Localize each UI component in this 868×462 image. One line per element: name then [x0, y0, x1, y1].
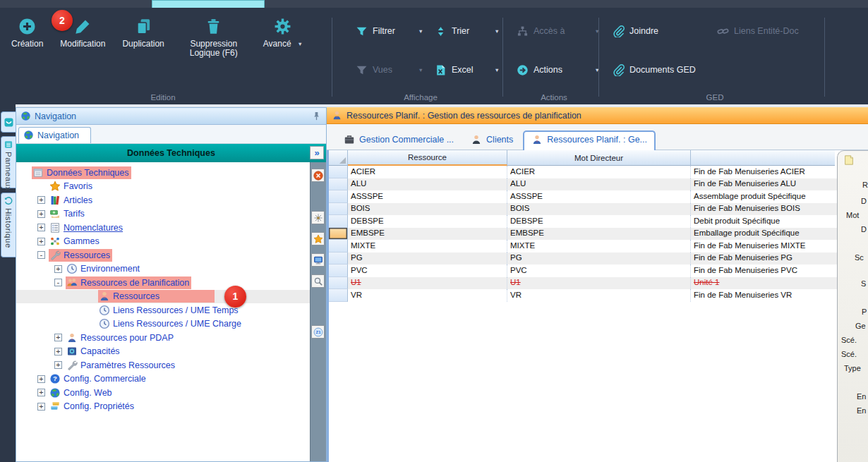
column-header-mot-directeur[interactable]: Mot Directeur: [507, 150, 691, 166]
tree-item-liens-ressources-ume-temps[interactable]: Liens Ressources / UME Temps: [16, 303, 310, 317]
workstation-button[interactable]: [311, 253, 325, 267]
settings-button[interactable]: [311, 211, 325, 224]
mot-directeur-cell[interactable]: U1: [507, 277, 691, 290]
favorites-button[interactable]: [311, 232, 325, 245]
collapse-panel-button[interactable]: »: [310, 146, 324, 159]
collapsed-panel-tab[interactable]: [1, 111, 16, 133]
documents-ged-button[interactable]: Documents GED: [613, 62, 696, 78]
row-selector[interactable]: [329, 203, 348, 216]
plus-expander-icon[interactable]: +: [54, 334, 62, 341]
tree-item-capacites[interactable]: +Capacités: [16, 345, 310, 359]
search-button[interactable]: [311, 274, 325, 288]
ressource-cell[interactable]: ALU: [348, 178, 507, 191]
tree-item-articles[interactable]: +Articles: [16, 193, 310, 207]
mot-directeur-cell[interactable]: ASSSPE: [507, 190, 691, 203]
table-row-u1[interactable]: U1U1Unité 1: [329, 277, 837, 290]
minus-expander-icon[interactable]: -: [54, 279, 62, 286]
ressource-cell[interactable]: ASSSPE: [348, 190, 507, 203]
tree-item-config-commerciale[interactable]: +Config. Commerciale: [16, 372, 310, 387]
tree-item-gammes[interactable]: +Gammes: [16, 235, 310, 249]
excel-button[interactable]: Excel▼: [435, 62, 500, 78]
row-selector[interactable]: [329, 265, 348, 277]
ribbon-active-tab-indicator[interactable]: [152, 0, 265, 8]
tree-item-parametres-ressources[interactable]: +Paramètres Ressources: [16, 358, 310, 372]
row-selector[interactable]: [329, 215, 348, 228]
ressource-cell[interactable]: PVC: [348, 265, 507, 277]
table-row-vr[interactable]: VRVRFin de Fab Menuiseries VR: [329, 289, 837, 302]
column-header-designation[interactable]: [691, 150, 835, 166]
dropdown-arrow-icon[interactable]: ▼: [489, 28, 500, 35]
plus-expander-icon[interactable]: +: [37, 196, 45, 204]
row-selector[interactable]: [329, 277, 348, 290]
mot-directeur-cell[interactable]: MIXTE: [507, 240, 691, 253]
designation-cell[interactable]: Fin de Fab Menuiseries ACIER: [691, 166, 835, 178]
table-row-pg[interactable]: PGPGFin de Fab Menuiseries PG: [329, 253, 837, 265]
duplication-button[interactable]: Duplication: [114, 13, 172, 49]
dropdown-arrow-icon[interactable]: ▼: [298, 39, 303, 49]
tree-item-donnees-techniques[interactable]: Données Techniques: [16, 166, 310, 180]
ressource-cell[interactable]: DEBSPE: [348, 215, 507, 228]
table-row-assspe[interactable]: ASSSPEASSSPEAssemblage produit Spécifiqu…: [329, 190, 837, 203]
mot-directeur-cell[interactable]: PVC: [507, 265, 691, 277]
row-selector[interactable]: [329, 228, 348, 241]
tab-navigation[interactable]: Navigation: [18, 127, 91, 143]
row-selector[interactable]: [329, 289, 348, 302]
mot-directeur-cell[interactable]: VR: [507, 289, 691, 302]
ressource-cell[interactable]: BOIS: [348, 203, 507, 216]
designation-cell[interactable]: Emballage produit Spécifique: [691, 228, 835, 241]
table-row-alu[interactable]: ALUALUFin de Fab Menuiseries ALU: [329, 178, 837, 191]
ressource-cell[interactable]: EMBSPE: [348, 228, 507, 241]
pin-icon[interactable]: [311, 111, 322, 121]
row-selector[interactable]: [329, 178, 348, 191]
mot-directeur-cell[interactable]: EMBSPE: [507, 228, 691, 241]
mot-directeur-cell[interactable]: BOIS: [507, 203, 691, 216]
column-header-ressource[interactable]: Ressource: [348, 150, 507, 166]
avance-button[interactable]: Avancé▼: [255, 13, 311, 49]
tree-item-config-web[interactable]: +Config. Web: [16, 386, 310, 400]
minus-expander-icon[interactable]: -: [37, 251, 45, 259]
table-row-mixte[interactable]: MIXTEMIXTEFin de Fab Menuiseries MIXTE: [329, 240, 837, 253]
table-row-pvc[interactable]: PVCPVCFin de Fab Menuiseries PVC: [329, 265, 837, 277]
designation-cell[interactable]: Fin de Fab Menuiseries ALU: [691, 178, 835, 191]
tree-item-config-proprietes[interactable]: +Config. Propriétés: [16, 400, 310, 414]
plus-expander-icon[interactable]: +: [37, 210, 45, 218]
dropdown-arrow-icon[interactable]: ▼: [413, 67, 423, 73]
acces-a-button[interactable]: Accès à▼: [517, 23, 600, 39]
plus-expander-icon[interactable]: +: [54, 361, 62, 369]
tree-item-liens-ressources-ume-charge[interactable]: Liens Ressources / UME Charge: [16, 317, 310, 332]
tree-item-ressources[interactable]: -Ressources: [16, 248, 310, 262]
document-tab-ressources-planif-ge[interactable]: Ressources Planif. : Ge...: [523, 130, 656, 150]
joindre-button[interactable]: Joindre: [613, 23, 658, 39]
table-row-embspe[interactable]: EMBSPEEMBSPEEmballage produit Spécifique: [329, 228, 837, 241]
row-selector[interactable]: [329, 240, 348, 253]
designation-cell[interactable]: Fin de Fab Menuiseries VR: [691, 289, 835, 302]
designation-cell[interactable]: Fin de Fab Menuiseries BOIS: [691, 203, 835, 216]
zoom-button[interactable]: [311, 325, 325, 339]
side-tab-historique[interactable]: Historique: [1, 193, 16, 257]
mot-directeur-cell[interactable]: DEBSPE: [507, 215, 691, 228]
ressource-cell[interactable]: ACIER: [348, 166, 507, 178]
mot-directeur-cell[interactable]: ACIER: [507, 166, 691, 178]
mot-directeur-cell[interactable]: ALU: [507, 178, 691, 191]
designation-cell[interactable]: Fin de Fab Menuiseries PVC: [691, 265, 835, 277]
creation-button[interactable]: Création: [3, 13, 52, 49]
row-selector[interactable]: [329, 190, 348, 203]
plus-expander-icon[interactable]: +: [37, 238, 45, 245]
ressource-cell[interactable]: VR: [348, 289, 507, 302]
plus-expander-icon[interactable]: +: [37, 403, 45, 411]
tree-item-ressources[interactable]: Ressources1: [16, 290, 310, 304]
tree-item-nomenclatures[interactable]: +Nomenclatures: [16, 221, 310, 235]
plus-expander-icon[interactable]: +: [54, 265, 62, 273]
row-selector[interactable]: [329, 166, 348, 178]
document-tab-clients[interactable]: Clients: [464, 131, 520, 150]
tree-item-tarifs[interactable]: +Tarifs: [16, 207, 310, 221]
ressource-cell[interactable]: U1: [348, 277, 507, 290]
document-tab-gestion-commerciale[interactable]: Gestion Commerciale ...: [337, 131, 461, 150]
liens-entite-doc-button[interactable]: Liens Entité-Doc: [717, 23, 799, 39]
close-panel-button[interactable]: [311, 169, 325, 182]
vues-button[interactable]: Vues▼: [356, 62, 423, 78]
plus-expander-icon[interactable]: +: [37, 375, 45, 383]
ressource-cell[interactable]: PG: [348, 253, 507, 265]
tree-item-ressources-de-planification[interactable]: -Ressources de Planification: [16, 276, 310, 290]
side-tab-panneaux[interactable]: Panneaux: [1, 136, 16, 188]
